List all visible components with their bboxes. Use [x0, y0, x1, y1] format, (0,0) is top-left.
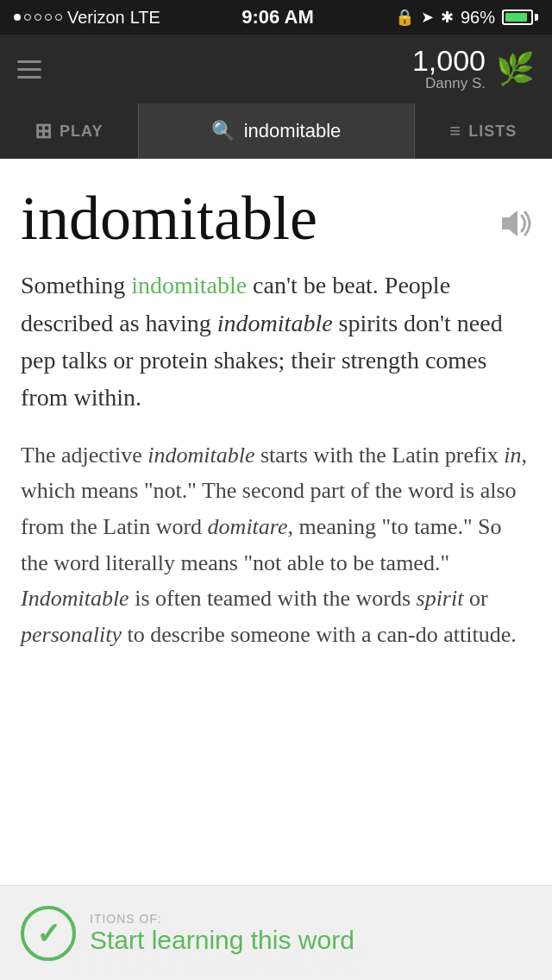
hamburger-line-1 — [17, 60, 41, 63]
leaf-icon: 🌿 — [496, 51, 535, 87]
italic-in: in — [504, 443, 521, 468]
hamburger-line-2 — [17, 68, 41, 71]
etymology-paragraph: The adjective indomitable starts with th… — [21, 437, 531, 653]
battery-tip — [535, 14, 538, 21]
checkmark-icon: ✓ — [36, 916, 60, 951]
play-label: PLAY — [60, 122, 103, 141]
signal-dot-2 — [24, 14, 31, 21]
word-title: indomitable — [21, 185, 317, 253]
nav-bar: ⊞ PLAY 🔍 indomitable ≡ LISTS — [0, 104, 552, 159]
battery-body — [502, 9, 533, 25]
lists-icon: ≡ — [449, 120, 461, 142]
cta-label-text: ITIONS OF: — [90, 912, 162, 926]
search-icon: 🔍 — [211, 120, 235, 142]
header-right: 1,000 Danny S. 🌿 — [412, 46, 535, 92]
italic-indomitable-2: indomitable — [147, 443, 254, 468]
italic-indomitable-3: Indomitable — [21, 586, 129, 611]
nav-search[interactable]: 🔍 indomitable — [139, 104, 414, 159]
status-time: 9:06 AM — [242, 6, 314, 28]
nav-play[interactable]: ⊞ PLAY — [0, 104, 138, 159]
cta-bar[interactable]: ✓ ITIONS OF: Start learning this word — [0, 885, 552, 980]
nav-lists[interactable]: ≡ LISTS — [415, 104, 553, 159]
status-left: Verizon LTE — [14, 8, 160, 28]
battery-icon — [502, 9, 538, 25]
cta-action-text[interactable]: Start learning this word — [90, 926, 531, 955]
score-display: 1,000 Danny S. — [412, 46, 486, 92]
status-bar: Verizon LTE 9:06 AM 🔒 ➤ ✱ 96% — [0, 0, 552, 35]
word-title-row: indomitable — [21, 185, 531, 253]
app-header: 1,000 Danny S. 🌿 — [0, 35, 552, 104]
definition-paragraph-1: Something indomitable can't be beat. Peo… — [21, 267, 531, 417]
lists-label: LISTS — [468, 122, 517, 141]
speaker-button[interactable] — [499, 209, 531, 238]
carrier-label: Verizon — [67, 8, 125, 28]
bluetooth-icon: ✱ — [441, 8, 454, 27]
lock-icon: 🔒 — [395, 8, 414, 27]
cta-content: ITIONS OF: Start learning this word — [90, 912, 531, 955]
username-label: Danny S. — [412, 75, 486, 92]
signal-dot-1 — [14, 14, 21, 21]
italic-domitare: domitare — [208, 514, 288, 539]
location-icon: ➤ — [421, 8, 434, 27]
main-content: indomitable Something indomitable can't … — [0, 159, 552, 652]
italic-personality: personality — [21, 622, 122, 647]
signal-strength — [14, 14, 62, 21]
highlight-indomitable-1: indomitable — [131, 272, 247, 298]
battery-pct-label: 96% — [461, 8, 495, 28]
menu-button[interactable] — [17, 60, 41, 79]
italic-indomitable: indomitable — [217, 310, 333, 336]
cta-label: ITIONS OF: — [90, 912, 531, 926]
hamburger-line-3 — [17, 76, 41, 79]
play-grid-icon: ⊞ — [34, 119, 53, 143]
score-number: 1,000 — [412, 46, 486, 75]
status-right: 🔒 ➤ ✱ 96% — [395, 8, 538, 28]
battery-fill — [505, 13, 527, 22]
network-label: LTE — [130, 8, 160, 28]
svg-marker-0 — [502, 210, 518, 236]
italic-spirit: spirit — [417, 586, 464, 611]
search-value: indomitable — [244, 120, 342, 142]
signal-dot-4 — [45, 14, 52, 21]
signal-dot-5 — [55, 14, 62, 21]
header-left — [17, 60, 41, 79]
cta-check-circle: ✓ — [21, 906, 76, 961]
signal-dot-3 — [34, 14, 41, 21]
